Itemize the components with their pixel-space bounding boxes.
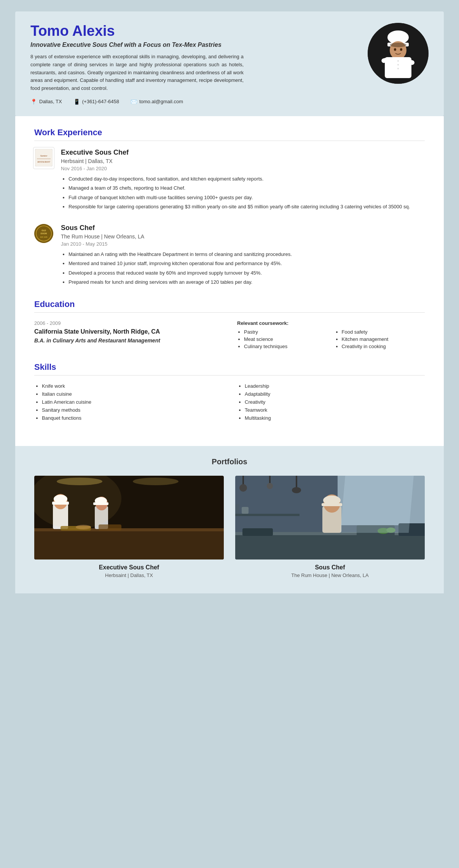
location-contact: 📍 Dallas, TX [30, 99, 62, 105]
skill-3: Latin American cuisine [42, 399, 222, 405]
course-2: Meat science [244, 336, 327, 342]
coursework-label: Relevant coursework: [237, 320, 425, 326]
bullet-1-4: Responsible for large catering operation… [69, 203, 425, 211]
skill-9: Teamwork [245, 407, 425, 413]
svg-rect-13 [35, 149, 53, 166]
job-logo-1: Santee RESTAURANT [34, 149, 53, 168]
svg-point-44 [267, 483, 273, 489]
header-text: Tomo Alexis Innovative Executive Sous Ch… [30, 23, 360, 105]
skill-7: Adaptability [245, 391, 425, 397]
job-company-2: The Rum House | New Orleans, LA [61, 233, 425, 240]
portfolio-item-2: Sous Chef The Rum House | New Orleans, L… [235, 476, 425, 578]
svg-point-42 [239, 484, 247, 492]
svg-point-24 [133, 478, 178, 485]
education-row: 2006 - 2009 California State University,… [34, 320, 425, 351]
coursework-grid: Pastry Meat science Culinary techniques … [237, 329, 425, 351]
phone-contact: 📱 (+361)-647-6458 [73, 99, 119, 105]
svg-point-8 [400, 48, 402, 51]
svg-rect-45 [296, 476, 297, 489]
svg-point-9 [390, 43, 406, 47]
bullet-1-2: Managed a team of 35 chefs, reporting to… [69, 184, 425, 192]
education-title: Education [34, 299, 425, 313]
edu-school: California State University, North Ridge… [34, 328, 222, 335]
bullet-2-4: Prepared meals for lunch and dining serv… [69, 278, 425, 286]
edu-degree: B.A. in Culinary Arts and Restaurant Man… [34, 337, 222, 344]
education-right: Relevant coursework: Pastry Meat science… [237, 320, 425, 351]
job-details-1: Executive Sous Chef Herbsaint | Dallas, … [61, 149, 425, 213]
svg-text:OLD: OLD [41, 229, 46, 232]
svg-text:EST. 1978: EST. 1978 [40, 236, 48, 238]
bullet-2-3: Developed a process that reduced waste b… [69, 269, 425, 277]
svg-point-7 [394, 48, 396, 51]
job-entry-2: OLD DOOR EST. 1978 Sous Chef The Rum Hou… [34, 224, 425, 288]
edu-years: 2006 - 2009 [34, 320, 222, 326]
portfolio-image-1 [34, 476, 224, 559]
bullet-2-2: Mentored and trained 10 junior staff, im… [69, 260, 425, 267]
job-dates-2: Jan 2010 - May 2015 [61, 241, 425, 247]
svg-rect-52 [322, 503, 342, 506]
job-bullets-2: Maintained an A rating with the Healthca… [61, 251, 425, 286]
skill-5: Banquet functions [42, 415, 222, 421]
skills-grid: Knife work Italian cuisine Latin America… [34, 383, 425, 423]
svg-point-12 [397, 68, 399, 69]
email-icon: ✉️ [131, 99, 137, 105]
skill-4: Sanitary methods [42, 407, 222, 413]
education-left: 2006 - 2009 California State University,… [34, 320, 222, 351]
portfolio-company-1: Herbsaint | Dallas, TX [34, 572, 224, 578]
herbsaint-logo: Santee RESTAURANT [33, 147, 54, 169]
job-bullets-1: Conducted day-to-day inspections, food s… [61, 175, 425, 211]
portfolio-item-1: Executive Sous Chef Herbsaint | Dallas, … [34, 476, 224, 578]
location-icon: 📍 [30, 99, 37, 105]
skill-10: Multitasking [245, 415, 425, 421]
svg-rect-62 [340, 476, 414, 533]
skills-section: Skills Knife work Italian cuisine Latin … [34, 362, 425, 423]
skill-8: Creativity [245, 399, 425, 405]
job-title-1: Executive Sous Chef [61, 149, 425, 157]
course-4: Food safety [342, 329, 425, 335]
candidate-subtitle: Innovative Executive Sous Chef with a Fo… [30, 42, 360, 48]
coursework-col1: Pastry Meat science Culinary techniques [237, 329, 327, 351]
job-title-2: Sous Chef [61, 224, 425, 232]
bullet-2-1: Maintained an A rating with the Healthca… [69, 251, 425, 258]
svg-point-10 [397, 60, 399, 62]
svg-rect-58 [235, 504, 239, 514]
svg-rect-47 [235, 533, 425, 559]
avatar [368, 23, 429, 84]
location-text: Dallas, TX [39, 99, 62, 104]
coursework-col2: Food safety Kitchen management Creativit… [335, 329, 425, 351]
skill-1: Knife work [42, 383, 222, 389]
main-content: Work Experience Santee RESTAURANT Execut… [15, 116, 444, 446]
contact-row: 📍 Dallas, TX 📱 (+361)-647-6458 ✉️ tomo.a… [30, 99, 360, 105]
bullet-1-3: Full charge of banquet kitchen with mult… [69, 194, 425, 201]
work-experience-section: Work Experience Santee RESTAURANT Execut… [34, 128, 425, 288]
work-experience-title: Work Experience [34, 128, 425, 141]
svg-point-46 [292, 487, 301, 493]
header-section: Tomo Alexis Innovative Executive Sous Ch… [15, 11, 444, 116]
portfolios-grid: Executive Sous Chef Herbsaint | Dallas, … [34, 476, 425, 578]
candidate-bio: 8 years of extensive experience with exc… [30, 53, 244, 93]
course-3: Culinary techniques [244, 344, 327, 349]
bullet-1-1: Conducted day-to-day inspections, food s… [69, 175, 425, 183]
svg-text:DOOR: DOOR [41, 232, 47, 235]
course-6: Creativity in cooking [342, 344, 425, 349]
skill-6: Leadership [245, 383, 425, 389]
svg-rect-59 [242, 507, 249, 514]
profile-photo [368, 23, 429, 84]
portfolios-section: Portfolios [15, 446, 444, 593]
svg-point-11 [397, 64, 399, 66]
job-logo-2: OLD DOOR EST. 1978 [34, 224, 53, 243]
svg-text:Santee: Santee [40, 154, 48, 157]
job-dates-1: Nov 2016 - Jan 2020 [61, 166, 425, 171]
portfolio-image-2 [235, 476, 425, 559]
candidate-name: Tomo Alexis [30, 23, 360, 39]
education-section: Education 2006 - 2009 California State U… [34, 299, 425, 351]
portfolio-name-1: Executive Sous Chef [34, 564, 224, 571]
svg-rect-25 [34, 529, 224, 559]
skills-col1: Knife work Italian cuisine Latin America… [34, 383, 222, 423]
svg-rect-36 [99, 524, 121, 531]
svg-rect-56 [235, 514, 300, 516]
portfolio-name-2: Sous Chef [235, 564, 425, 571]
page-wrapper: Tomo Alexis Innovative Executive Sous Ch… [0, 0, 459, 605]
job-company-1: Herbsaint | Dallas, TX [61, 158, 425, 164]
course-1: Pastry [244, 329, 327, 335]
